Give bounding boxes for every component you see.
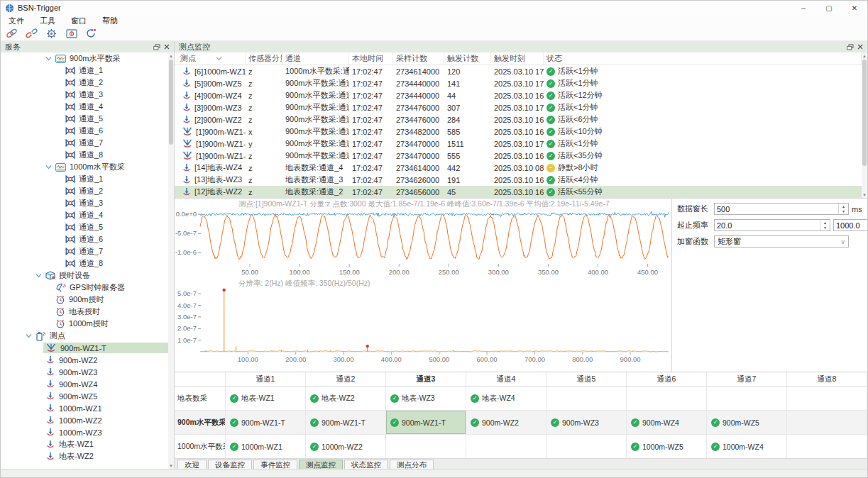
tree-item-900m-WZ1-T[interactable]: 900m-WZ1-T bbox=[1, 342, 168, 354]
table-scrollbar[interactable]: ▲ ▼ bbox=[862, 52, 867, 198]
grid-cell[interactable]: ✓地表-WZ1 bbox=[226, 387, 306, 411]
freq-start-input[interactable] bbox=[715, 220, 820, 230]
tree-scrollbar-thumb[interactable] bbox=[169, 60, 173, 145]
tree-item-1000m-WZ1[interactable]: 1000m-WZ1 bbox=[1, 402, 168, 414]
tree-item-通道_3[interactable]: 通道_3 bbox=[1, 89, 168, 101]
grid-cell[interactable]: ✓地表-WZ3 bbox=[386, 387, 466, 411]
float-panel-icon[interactable] bbox=[153, 44, 160, 50]
table-row-1[interactable]: [6]1000m-WZ1z1000m水平数采:通道_117:02:4727346… bbox=[175, 65, 862, 77]
spin-up-icon[interactable]: ▲ bbox=[839, 204, 848, 209]
minimize-button[interactable]: – bbox=[791, 1, 816, 15]
grid-cell[interactable]: ✓900m-WZ1-T bbox=[306, 411, 386, 435]
tree-item-地表授时[interactable]: 地表授时 bbox=[1, 306, 168, 318]
tree-scrollbar[interactable]: ▲ ▼ bbox=[168, 52, 174, 469]
tree-item-通道_4[interactable]: 通道_4 bbox=[1, 209, 168, 221]
console-window-button[interactable] bbox=[65, 27, 78, 40]
close-panel-icon[interactable] bbox=[857, 44, 863, 50]
grid-cell[interactable]: ✓900m-WZ1-T bbox=[386, 411, 466, 435]
grid-cell[interactable]: ✓1000m-WZ1 bbox=[226, 435, 306, 459]
table-row-7[interactable]: [1]900m-WZ1-Ty900m水平数采:通道_217:02:4727344… bbox=[175, 138, 862, 150]
tree-item-地表-WZ2[interactable]: 地表-WZ2 bbox=[1, 450, 168, 462]
tree-item-通道_3[interactable]: 通道_3 bbox=[1, 197, 168, 209]
grid-cell[interactable]: ✓1000m-WZ2 bbox=[306, 435, 386, 459]
tree-item-900m-WZ4[interactable]: 900m-WZ4 bbox=[1, 378, 168, 390]
tree-item-通道_6[interactable]: 通道_6 bbox=[1, 233, 168, 245]
menu-item-2[interactable]: 窗口 bbox=[63, 16, 94, 26]
tree-item-通道_2[interactable]: 通道_2 bbox=[1, 185, 168, 197]
table-row-10[interactable]: [13]地表-WZ3z地表数采:通道_317:02:47273462600019… bbox=[175, 174, 862, 186]
tree-item-GPS时钟服务器[interactable]: GPS时钟服务器 bbox=[1, 282, 168, 294]
grid-cell[interactable]: ✓900m-WZ3 bbox=[546, 411, 627, 435]
scroll-down-icon[interactable]: ▼ bbox=[168, 462, 174, 469]
column-header-3[interactable]: 通道 bbox=[282, 52, 349, 65]
disconnect-link-button[interactable] bbox=[25, 27, 38, 40]
scroll-down-icon[interactable]: ▼ bbox=[862, 191, 867, 198]
table-row-11[interactable]: [12]地表-WZ2z地表数采:通道_217:02:47273465600045… bbox=[175, 186, 862, 198]
close-panel-icon[interactable] bbox=[164, 44, 170, 50]
expander-icon[interactable] bbox=[45, 165, 52, 169]
scroll-up-icon[interactable]: ▲ bbox=[168, 52, 174, 59]
menu-item-0[interactable]: 文件 bbox=[1, 16, 32, 26]
spin-buttons[interactable]: ▲▼ bbox=[838, 204, 848, 214]
table-row-9[interactable]: [14]地表-WZ4z地表数采:通道_417:02:47273461400044… bbox=[175, 162, 862, 174]
table-row-6[interactable]: [1]900m-WZ1-Tx900m水平数采:通道_117:02:4727344… bbox=[175, 126, 862, 138]
grid-cell[interactable]: ✓900m-WZ5 bbox=[707, 411, 787, 435]
table-row-4[interactable]: [3]900m-WZ3z900m水平数采:通道_517:02:472734476… bbox=[175, 101, 862, 113]
tree-item-1000m水平数采[interactable]: 1000m水平数采 bbox=[1, 161, 168, 173]
menu-item-1[interactable]: 工具 bbox=[32, 16, 63, 26]
column-header-8[interactable]: 状态 bbox=[544, 52, 862, 65]
column-header-1[interactable]: 测点 bbox=[175, 52, 246, 65]
column-header-6[interactable]: 触发计数 bbox=[444, 52, 491, 65]
tree-item-通道_7[interactable]: 通道_7 bbox=[1, 245, 168, 257]
menu-item-3[interactable]: 帮助 bbox=[94, 16, 126, 26]
scroll-up-icon[interactable]: ▲ bbox=[862, 52, 867, 59]
table-scrollbar-thumb[interactable] bbox=[862, 60, 867, 166]
tree-item-900m-WZ3[interactable]: 900m-WZ3 bbox=[1, 366, 168, 378]
freq-end-input[interactable] bbox=[834, 220, 868, 230]
tree-item-通道_8[interactable]: 通道_8 bbox=[1, 149, 168, 161]
grid-cell[interactable]: ✓900m-WZ1-T bbox=[226, 411, 306, 435]
expander-icon[interactable] bbox=[26, 333, 32, 338]
tree-item-通道_1[interactable]: 通道_1 bbox=[1, 173, 168, 185]
tree-item-测点[interactable]: 测点 bbox=[1, 330, 168, 342]
table-row-8[interactable]: [1]900m-WZ1-Tz900m水平数采:通道_317:02:4727344… bbox=[175, 150, 862, 162]
tree-item-1000m-WZ2[interactable]: 1000m-WZ2 bbox=[1, 414, 168, 426]
tree-item-1000m-WZ3[interactable]: 1000m-WZ3 bbox=[1, 426, 168, 438]
column-header-2[interactable]: 传感器分量 bbox=[246, 52, 282, 65]
tree-item-900m授时[interactable]: 900m授时 bbox=[1, 294, 168, 306]
expander-icon[interactable] bbox=[35, 273, 42, 278]
sort-icon[interactable] bbox=[216, 56, 222, 61]
maximize-button[interactable]: ▢ bbox=[816, 1, 842, 15]
table-row-3[interactable]: [4]900m-WZ4z900m水平数采:通道_617:02:472734440… bbox=[175, 89, 862, 101]
window-function-select[interactable]: 矩形窗 ∨ bbox=[714, 235, 849, 248]
grid-cell[interactable]: ✓1000m-WZ5 bbox=[627, 435, 707, 459]
close-button[interactable]: ✕ bbox=[842, 1, 867, 15]
tree-item-900m水平数采[interactable]: 900m水平数采 bbox=[1, 52, 168, 65]
expander-icon[interactable] bbox=[45, 56, 52, 61]
column-header-4[interactable]: 本地时间 bbox=[349, 52, 393, 65]
spin-down-icon[interactable]: ▼ bbox=[839, 209, 848, 215]
table-row-2[interactable]: [5]900m-WZ5z900m水平数采:通道_717:02:472734440… bbox=[175, 77, 862, 89]
tree-item-通道_7[interactable]: 通道_7 bbox=[1, 137, 168, 149]
float-panel-icon[interactable] bbox=[847, 44, 854, 50]
grid-cell[interactable]: ✓1000m-WZ4 bbox=[707, 435, 787, 459]
tree-item-1000m授时[interactable]: 1000m授时 bbox=[1, 318, 168, 330]
tree-item-通道_5[interactable]: 通道_5 bbox=[1, 221, 168, 233]
tree-item-通道_1[interactable]: 通道_1 bbox=[1, 65, 168, 77]
tree-item-地表-WZ1[interactable]: 地表-WZ1 bbox=[1, 438, 168, 450]
spin-buttons[interactable]: ▲▼ bbox=[820, 220, 830, 230]
connect-link-button[interactable] bbox=[5, 27, 18, 40]
settings-gear-button[interactable] bbox=[45, 27, 58, 40]
tree-item-通道_8[interactable]: 通道_8 bbox=[1, 257, 168, 269]
tree-item-900m-WZ2[interactable]: 900m-WZ2 bbox=[1, 354, 168, 366]
column-header-7[interactable]: 触发时刻 bbox=[491, 52, 544, 65]
tree-item-通道_2[interactable]: 通道_2 bbox=[1, 77, 168, 89]
column-header-5[interactable]: 采样计数 bbox=[393, 52, 444, 65]
tree-item-通道_4[interactable]: 通道_4 bbox=[1, 101, 168, 113]
spin-up-icon[interactable]: ▲ bbox=[820, 220, 830, 226]
tree-item-通道_6[interactable]: 通道_6 bbox=[1, 125, 168, 137]
grid-cell[interactable]: ✓900m-WZ2 bbox=[466, 411, 546, 435]
table-row-5[interactable]: [2]900m-WZ2z900m水平数采:通道_417:02:472734476… bbox=[175, 113, 862, 126]
tree-item-900m-WZ5[interactable]: 900m-WZ5 bbox=[1, 390, 168, 402]
grid-cell[interactable]: ✓900m-WZ4 bbox=[627, 411, 707, 435]
